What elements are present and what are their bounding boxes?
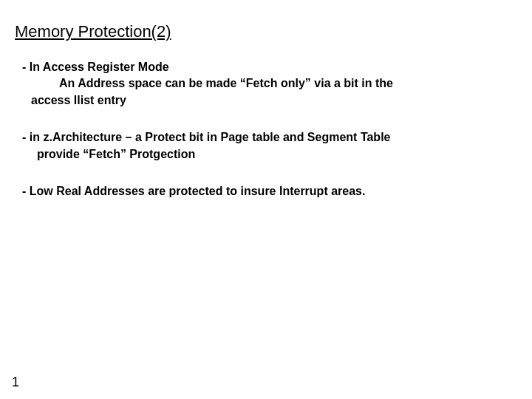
- bullet-cont: access llist entry: [22, 92, 517, 109]
- bullet-sub: An Address space can be made “Fetch only…: [22, 75, 517, 92]
- page-number: 1: [12, 375, 19, 390]
- bullet-item: - Low Real Addresses are protected to in…: [15, 183, 517, 200]
- bullet-cont: provide “Fetch” Protgection: [22, 146, 517, 163]
- bullet-lead: - Low Real Addresses are protected to in…: [22, 185, 365, 197]
- bullet-lead: - In Access Register Mode: [22, 61, 169, 73]
- slide: Memory Protection(2) - In Access Registe…: [0, 0, 532, 399]
- bullet-item: - in z.Architecture – a Protect bit in P…: [15, 129, 517, 163]
- bullet-item: - In Access Register Mode An Address spa…: [15, 59, 517, 109]
- page-title: Memory Protection(2): [15, 22, 517, 41]
- bullet-lead: - in z.Architecture – a Protect bit in P…: [22, 131, 390, 143]
